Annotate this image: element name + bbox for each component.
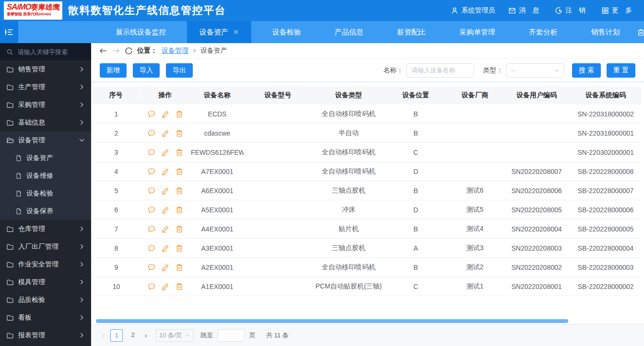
- tab-2[interactable]: 设备资产✕: [187, 21, 251, 43]
- table-body: 1ECDS全自动移印喷码机BSN-2203180000022cdascwe半自动…: [93, 104, 642, 296]
- jump-to-page-input[interactable]: [218, 329, 245, 342]
- comment-icon[interactable]: [147, 129, 156, 138]
- delete-icon[interactable]: [175, 263, 184, 272]
- comment-icon[interactable]: [147, 263, 156, 272]
- folder-icon: [6, 119, 14, 127]
- sidebar-item[interactable]: 生产管理: [0, 78, 91, 96]
- comment-icon[interactable]: [147, 244, 156, 253]
- column-header: 设备系统编码: [570, 91, 642, 100]
- delete-icon[interactable]: [175, 148, 184, 157]
- horizontal-scrollbar-thumb[interactable]: [96, 319, 568, 323]
- sidebar-item[interactable]: 作业安全管理: [0, 255, 91, 273]
- tab-4[interactable]: 产品信息: [322, 21, 376, 43]
- delete-icon[interactable]: [175, 186, 184, 195]
- column-header: 序号: [93, 91, 140, 100]
- sidebar-subitem[interactable]: 设备维修: [0, 167, 91, 185]
- reset-button[interactable]: 重 置: [607, 63, 635, 78]
- page-unit-label: 页: [249, 331, 256, 340]
- delete-icon[interactable]: [175, 206, 184, 214]
- sidebar-item[interactable]: 品质检验: [0, 291, 91, 309]
- page-number-2[interactable]: 2: [127, 329, 139, 342]
- sidebar-collapse-button[interactable]: [0, 21, 18, 43]
- edit-icon[interactable]: [161, 282, 170, 291]
- import-button[interactable]: 导入: [133, 63, 160, 78]
- cell-manufacturer: 测试6: [446, 186, 503, 195]
- grid-more-icon: [601, 7, 609, 14]
- search-button[interactable]: 搜 索: [572, 63, 601, 78]
- more-button[interactable]: 更 多: [601, 6, 634, 15]
- comment-icon[interactable]: [147, 110, 156, 118]
- comment-icon[interactable]: [147, 206, 156, 214]
- export-button[interactable]: 导出: [166, 63, 193, 78]
- tab-8[interactable]: 销售计划: [579, 21, 632, 43]
- back-arrow-icon[interactable]: [99, 46, 107, 55]
- edit-icon[interactable]: [161, 167, 170, 176]
- delete-icon[interactable]: [175, 129, 184, 138]
- logout-button[interactable]: 注 销: [555, 6, 588, 15]
- sidebar-search[interactable]: [0, 43, 91, 60]
- next-page-button[interactable]: ›: [141, 332, 151, 339]
- tab-6[interactable]: 采购单管理: [447, 21, 508, 43]
- sidebar-item[interactable]: 销售管理: [0, 60, 91, 78]
- sidebar-subitem[interactable]: 设备资产: [0, 149, 91, 167]
- tab-1[interactable]: 展示线设备监控: [103, 21, 178, 43]
- cell-manufacturer: 测试3: [446, 244, 503, 253]
- tab-close-icon[interactable]: ✕: [233, 21, 239, 43]
- comment-icon[interactable]: [147, 282, 156, 291]
- user-menu[interactable]: 系统管理员: [451, 6, 495, 15]
- comment-icon[interactable]: [147, 186, 156, 195]
- add-button[interactable]: 新增: [100, 63, 127, 78]
- device-name-input[interactable]: [406, 63, 474, 78]
- sidebar-item[interactable]: 入厂出厂管理: [0, 238, 91, 255]
- company-logo: SAiMO赛摩雄鹰 赛摩智能 股票代码300466: [4, 1, 62, 20]
- sidebar-item[interactable]: 采购管理: [0, 96, 91, 114]
- tab-5[interactable]: 薪资配比: [385, 21, 438, 43]
- tab-3[interactable]: 设备检验: [260, 21, 314, 43]
- tab-label: 产品信息: [335, 21, 363, 43]
- edit-icon[interactable]: [161, 148, 170, 157]
- pagination-bar: ‹ 12 › 10 条/页 跳至 页 共 11 条: [91, 324, 644, 346]
- edit-icon[interactable]: [161, 225, 170, 233]
- sidebar-item[interactable]: 仓库管理: [0, 220, 91, 238]
- edit-icon[interactable]: [161, 244, 170, 253]
- total-count-label: 共 11 条: [266, 331, 289, 340]
- comment-icon[interactable]: [147, 167, 156, 176]
- edit-icon[interactable]: [161, 129, 170, 138]
- edit-icon[interactable]: [161, 186, 170, 195]
- device-type-select[interactable]: --: [506, 63, 564, 78]
- main-content: 位置： 设备管理 > 设备资产 新增 导入 导出 名称： 类型： -- 搜 索: [91, 43, 644, 346]
- tab-7[interactable]: 齐套分析: [516, 21, 570, 43]
- sidebar-search-input[interactable]: [18, 48, 80, 56]
- column-header: 设备名称: [191, 91, 244, 100]
- comment-icon[interactable]: [147, 225, 156, 233]
- refresh-icon[interactable]: [125, 47, 133, 55]
- clear-tabs-trash-icon[interactable]: [637, 28, 644, 36]
- edit-icon[interactable]: [161, 206, 170, 214]
- delete-icon[interactable]: [175, 110, 184, 118]
- chevron-right-icon: [79, 261, 85, 267]
- edit-icon[interactable]: [161, 110, 170, 118]
- sidebar-item[interactable]: 模具管理: [0, 273, 91, 291]
- delete-icon[interactable]: [175, 282, 184, 291]
- sidebar-subitem-label: 设备资产: [26, 154, 53, 162]
- sidebar-subitem[interactable]: 设备检验: [0, 185, 91, 202]
- delete-icon[interactable]: [175, 244, 184, 253]
- sidebar-item[interactable]: 基础信息: [0, 114, 91, 131]
- prev-page-button[interactable]: ‹: [99, 332, 108, 339]
- cell-user-code: SN20220208004: [503, 225, 570, 233]
- comment-icon[interactable]: [147, 148, 156, 157]
- page-size-select[interactable]: 10 条/页: [155, 329, 194, 342]
- sidebar-subitem[interactable]: 设备保养: [0, 202, 91, 220]
- delete-icon[interactable]: [175, 167, 184, 176]
- tab-label: 薪资配比: [397, 21, 426, 43]
- edit-icon[interactable]: [161, 263, 170, 272]
- breadcrumb-parent-link[interactable]: 设备管理: [162, 46, 188, 55]
- messages-button[interactable]: 消 息: [508, 6, 541, 15]
- cell-system-code: SB-220228000007: [570, 187, 642, 195]
- delete-icon[interactable]: [175, 225, 184, 233]
- sidebar-item[interactable]: 报表管理: [0, 326, 91, 344]
- sidebar-item[interactable]: 看板: [0, 309, 91, 326]
- sidebar-item[interactable]: 设备管理: [0, 131, 91, 149]
- forward-arrow-icon[interactable]: [112, 46, 120, 55]
- page-number-1[interactable]: 1: [110, 329, 123, 342]
